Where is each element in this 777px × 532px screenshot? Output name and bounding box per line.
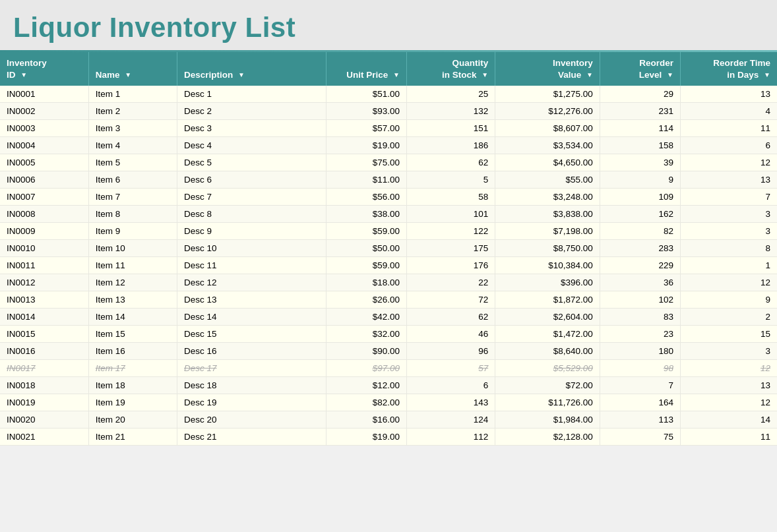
cell-inv_value: $7,198.00 <box>495 223 600 240</box>
inventory-table: InventoryID ▼ Name ▼ Description ▼ Unit … <box>0 52 777 446</box>
dropdown-arrow-id[interactable]: ▼ <box>20 71 27 79</box>
cell-price: $19.00 <box>326 429 406 446</box>
dropdown-arrow-name[interactable]: ▼ <box>125 71 131 79</box>
cell-inv_value: $8,607.00 <box>495 120 600 137</box>
cell-reorder: 39 <box>600 154 680 171</box>
cell-reorder: 162 <box>600 206 680 223</box>
table-row: IN0003Item 3Desc 3$57.00151$8,607.001141… <box>0 120 777 137</box>
cell-qty: 57 <box>406 360 495 377</box>
cell-desc: Desc 20 <box>177 411 326 429</box>
cell-price: $42.00 <box>326 309 406 326</box>
header-name[interactable]: Name ▼ <box>88 52 177 86</box>
cell-id: IN0005 <box>0 154 88 171</box>
header-reorder[interactable]: ReorderLevel ▼ <box>600 52 680 86</box>
dropdown-arrow-inv[interactable]: ▼ <box>586 71 593 79</box>
cell-days: 12 <box>680 274 777 291</box>
cell-price: $26.00 <box>326 291 406 309</box>
cell-reorder: 83 <box>600 309 680 326</box>
cell-qty: 186 <box>406 137 495 154</box>
cell-id: IN0001 <box>0 86 88 103</box>
cell-name: Item 20 <box>88 411 177 429</box>
cell-reorder: 98 <box>600 360 680 377</box>
cell-name: Item 10 <box>88 240 177 257</box>
cell-id: IN0014 <box>0 309 88 326</box>
cell-reorder: 231 <box>600 103 680 120</box>
cell-qty: 62 <box>406 154 495 171</box>
cell-qty: 72 <box>406 291 495 309</box>
cell-desc: Desc 13 <box>177 291 326 309</box>
cell-qty: 143 <box>406 394 495 411</box>
cell-days: 11 <box>680 429 777 446</box>
cell-days: 15 <box>680 326 777 343</box>
cell-inv_value: $3,248.00 <box>495 189 600 206</box>
cell-price: $51.00 <box>326 86 406 103</box>
cell-desc: Desc 16 <box>177 343 326 360</box>
cell-name: Item 11 <box>88 257 177 274</box>
cell-reorder: 109 <box>600 189 680 206</box>
cell-reorder: 113 <box>600 411 680 429</box>
cell-inv_value: $5,529.00 <box>495 360 600 377</box>
cell-qty: 58 <box>406 189 495 206</box>
cell-qty: 112 <box>406 429 495 446</box>
dropdown-arrow-price[interactable]: ▼ <box>393 71 400 79</box>
cell-qty: 25 <box>406 86 495 103</box>
cell-id: IN0009 <box>0 223 88 240</box>
dropdown-arrow-qty[interactable]: ▼ <box>482 71 488 79</box>
cell-qty: 176 <box>406 257 495 274</box>
cell-reorder: 36 <box>600 274 680 291</box>
cell-qty: 132 <box>406 103 495 120</box>
cell-inv_value: $3,534.00 <box>495 137 600 154</box>
cell-desc: Desc 7 <box>177 189 326 206</box>
cell-desc: Desc 6 <box>177 171 326 189</box>
header-days[interactable]: Reorder Timein Days ▼ <box>680 52 777 86</box>
table-row: IN0012Item 12Desc 12$18.0022$396.003612 <box>0 274 777 291</box>
cell-qty: 22 <box>406 274 495 291</box>
cell-inv_value: $1,275.00 <box>495 86 600 103</box>
dropdown-arrow-days[interactable]: ▼ <box>764 71 770 79</box>
cell-id: IN0012 <box>0 274 88 291</box>
table-row: IN0004Item 4Desc 4$19.00186$3,534.001586 <box>0 137 777 154</box>
cell-price: $18.00 <box>326 274 406 291</box>
cell-id: IN0017 <box>0 360 88 377</box>
cell-id: IN0003 <box>0 120 88 137</box>
table-container: InventoryID ▼ Name ▼ Description ▼ Unit … <box>0 52 777 446</box>
cell-price: $11.00 <box>326 171 406 189</box>
header-inv[interactable]: InventoryValue ▼ <box>495 52 600 86</box>
cell-id: IN0010 <box>0 240 88 257</box>
cell-reorder: 9 <box>600 171 680 189</box>
cell-qty: 5 <box>406 171 495 189</box>
cell-reorder: 158 <box>600 137 680 154</box>
cell-id: IN0016 <box>0 343 88 360</box>
header-desc[interactable]: Description ▼ <box>177 52 326 86</box>
cell-id: IN0021 <box>0 429 88 446</box>
dropdown-arrow-reorder[interactable]: ▼ <box>667 71 673 79</box>
cell-price: $57.00 <box>326 120 406 137</box>
cell-reorder: 180 <box>600 343 680 360</box>
cell-days: 9 <box>680 291 777 309</box>
cell-desc: Desc 19 <box>177 394 326 411</box>
table-row: IN0005Item 5Desc 5$75.0062$4,650.003912 <box>0 154 777 171</box>
header-id[interactable]: InventoryID ▼ <box>0 52 88 86</box>
table-row: IN0016Item 16Desc 16$90.0096$8,640.00180… <box>0 343 777 360</box>
cell-qty: 175 <box>406 240 495 257</box>
header-qty[interactable]: Quantityin Stock ▼ <box>406 52 495 86</box>
cell-id: IN0008 <box>0 206 88 223</box>
table-header-row: InventoryID ▼ Name ▼ Description ▼ Unit … <box>0 52 777 86</box>
cell-desc: Desc 21 <box>177 429 326 446</box>
cell-days: 14 <box>680 411 777 429</box>
cell-desc: Desc 9 <box>177 223 326 240</box>
cell-desc: Desc 17 <box>177 360 326 377</box>
dropdown-arrow-desc[interactable]: ▼ <box>238 71 245 79</box>
cell-desc: Desc 11 <box>177 257 326 274</box>
cell-reorder: 164 <box>600 394 680 411</box>
table-body: IN0001Item 1Desc 1$51.0025$1,275.002913I… <box>0 86 777 446</box>
cell-id: IN0015 <box>0 326 88 343</box>
cell-id: IN0002 <box>0 103 88 120</box>
cell-price: $38.00 <box>326 206 406 223</box>
cell-qty: 151 <box>406 120 495 137</box>
header-price[interactable]: Unit Price ▼ <box>326 52 406 86</box>
cell-name: Item 2 <box>88 103 177 120</box>
cell-price: $50.00 <box>326 240 406 257</box>
cell-name: Item 18 <box>88 377 177 394</box>
cell-days: 12 <box>680 360 777 377</box>
